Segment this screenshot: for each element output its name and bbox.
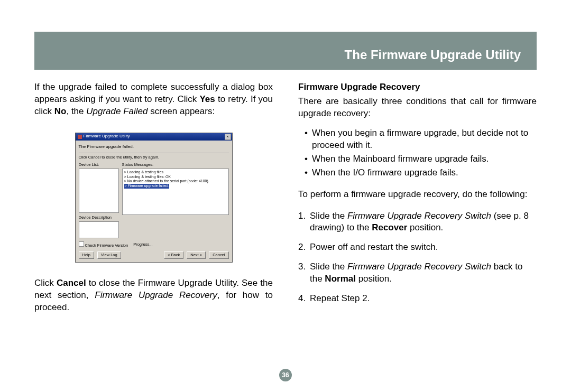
back-button[interactable]: < Back bbox=[164, 251, 183, 259]
recovery-intro: There are basically three conditions tha… bbox=[298, 96, 537, 120]
step-text: Repeat Step 2. bbox=[310, 293, 537, 305]
help-button[interactable]: Help bbox=[79, 251, 94, 259]
step-number: 1. bbox=[298, 210, 310, 222]
text-italic: Firmware Upgrade Recovery Switch bbox=[347, 211, 491, 221]
app-icon bbox=[78, 135, 82, 139]
text-bold-no: No bbox=[54, 106, 67, 116]
step-number: 4. bbox=[298, 293, 310, 305]
text: screen appears: bbox=[148, 106, 215, 116]
left-paragraph-1: If the upgrade failed to complete succes… bbox=[34, 81, 273, 118]
left-paragraph-2: Click Cancel to close the Firmware Upgra… bbox=[34, 277, 273, 314]
firmware-titlebar: Firmware Upgrade Utility × bbox=[76, 133, 232, 141]
firmware-subtext: Click Cancel to close the utility, then … bbox=[79, 155, 229, 160]
next-button[interactable]: Next > bbox=[187, 251, 206, 259]
status-messages-label: Status Messages: bbox=[122, 162, 229, 167]
page-header-banner: The Firmware Upgrade Utility bbox=[34, 32, 537, 70]
text: position. bbox=[356, 274, 392, 284]
step-number: 2. bbox=[298, 241, 310, 254]
status-line-selected: > Firmware upgrade failed. bbox=[124, 184, 169, 189]
device-description-box bbox=[79, 221, 119, 238]
bullet-item: When the Mainboard firmware upgrade fail… bbox=[305, 153, 537, 165]
device-description-label: Device Description bbox=[79, 215, 119, 220]
text-bold-yes: Yes bbox=[199, 94, 215, 104]
text: Slide the bbox=[310, 211, 347, 221]
step-number: 3. bbox=[298, 261, 310, 273]
section-title-recovery: Firmware Upgrade Recovery bbox=[298, 81, 537, 94]
page-title: The Firmware Upgrade Utility bbox=[345, 48, 521, 62]
firmware-heading: The Firmware upgrade failed. bbox=[79, 143, 229, 152]
left-column: If the upgrade failed to complete succes… bbox=[34, 81, 273, 316]
divider bbox=[79, 153, 229, 153]
status-line: > No device attached to the serial port … bbox=[124, 179, 227, 184]
text-italic-upgrade-failed: Upgrade Failed bbox=[86, 106, 148, 116]
text: position. bbox=[407, 222, 443, 232]
status-messages-box[interactable]: > Loading & testing files > Loading & te… bbox=[122, 169, 229, 215]
step-3: 3. Slide the Firmware Upgrade Recovery S… bbox=[298, 261, 537, 285]
page-number-badge: 36 bbox=[279, 369, 292, 381]
firmware-window: Firmware Upgrade Utility × The Firmware … bbox=[75, 133, 233, 263]
step-4: 4. Repeat Step 2. bbox=[298, 293, 537, 305]
cancel-button[interactable]: Cancel bbox=[209, 251, 228, 259]
check-firmware-label: Check Firmware Version bbox=[85, 243, 128, 248]
step-text: Slide the Firmware Upgrade Recovery Swit… bbox=[310, 210, 537, 235]
status-line: > Loading & testing files: OK bbox=[124, 175, 227, 180]
check-firmware-checkbox[interactable] bbox=[79, 241, 84, 247]
recovery-steps: 1. Slide the Firmware Upgrade Recovery S… bbox=[298, 210, 537, 305]
step-2: 2. Power off and restart the switch. bbox=[298, 241, 537, 254]
firmware-body: The Firmware upgrade failed. Click Cance… bbox=[76, 141, 232, 262]
bullet-item: When the I/O firmware upgrade fails. bbox=[305, 167, 537, 179]
firmware-button-row: Help View Log < Back Next > Cancel bbox=[79, 251, 229, 259]
text: , the bbox=[66, 106, 86, 116]
document-page: The Firmware Upgrade Utility If the upgr… bbox=[0, 0, 571, 392]
text-bold-cancel: Cancel bbox=[57, 278, 86, 288]
device-list[interactable] bbox=[79, 169, 119, 213]
status-line: > Loading & testing files bbox=[124, 170, 227, 175]
recovery-lead: To perform a firmware upgrade recovery, … bbox=[298, 189, 537, 201]
text: Slide the bbox=[310, 262, 347, 272]
text-bold: Recover bbox=[372, 222, 407, 232]
bullet-item: When you begin a firmware upgrade, but d… bbox=[305, 127, 537, 152]
content-columns: If the upgrade failed to complete succes… bbox=[34, 81, 537, 316]
progress-label: Progress... bbox=[133, 242, 152, 247]
firmware-title: Firmware Upgrade Utility bbox=[84, 134, 130, 139]
text-italic: Firmware Upgrade Recovery Switch bbox=[347, 262, 491, 272]
right-column: Firmware Upgrade Recovery There are basi… bbox=[298, 81, 537, 316]
text: Click bbox=[34, 278, 57, 288]
step-text: Power off and restart the switch. bbox=[310, 241, 537, 254]
recovery-bullets: When you begin a firmware upgrade, but d… bbox=[298, 127, 537, 179]
firmware-check-row: Check Firmware Version Progress... bbox=[79, 241, 229, 248]
device-list-label: Device List: bbox=[79, 162, 119, 167]
step-1: 1. Slide the Firmware Upgrade Recovery S… bbox=[298, 210, 537, 235]
text-bold: Normal bbox=[325, 274, 356, 284]
close-icon[interactable]: × bbox=[225, 134, 231, 140]
step-text: Slide the Firmware Upgrade Recovery Swit… bbox=[310, 261, 537, 285]
view-log-button[interactable]: View Log bbox=[97, 251, 121, 259]
text-italic-recovery: Firmware Upgrade Recovery bbox=[95, 290, 217, 300]
